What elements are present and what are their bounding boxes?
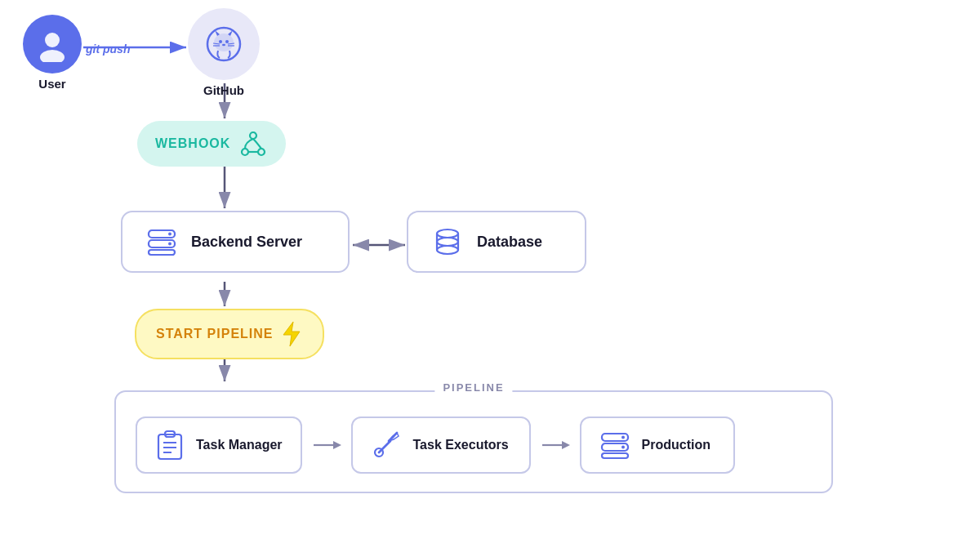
svg-rect-27 [149,250,175,255]
diagram: User git push [0,0,980,539]
pipeline-label: PIPELINE [434,381,512,394]
svg-point-28 [168,233,172,236]
svg-point-10 [40,50,65,62]
start-pipeline-text: START PIPELINE [156,327,274,341]
svg-point-51 [621,446,625,449]
svg-point-16 [225,40,229,43]
svg-point-35 [437,238,458,246]
svg-point-24 [250,132,256,139]
svg-point-30 [437,229,458,238]
user-icon [34,26,70,62]
server-icon [145,225,178,258]
svg-point-12 [215,34,233,51]
svg-point-22 [242,149,248,155]
task-manager-box: Task Manager [136,416,302,474]
wrench-icon [371,430,402,461]
backend-server-label: Backend Server [191,234,302,251]
user-avatar [23,15,82,74]
database-label: Database [477,234,542,251]
production-label: Production [642,438,710,452]
svg-point-17 [222,44,225,46]
svg-marker-43 [333,441,341,449]
svg-marker-36 [283,322,300,346]
svg-point-29 [168,243,172,246]
webhook-node: WEBHOOK [137,121,286,167]
svg-point-9 [45,33,60,47]
task-executors-label: Task Executors [413,438,509,452]
pipeline-container: PIPELINE Task Manager [114,390,833,493]
lightning-icon [280,320,303,348]
svg-rect-49 [602,453,628,458]
svg-point-50 [621,436,625,439]
git-push-text: git push [86,42,130,56]
svg-marker-46 [562,441,570,449]
database-box: Database [407,211,586,273]
task-manager-label: Task Manager [196,438,283,452]
github-avatar [188,8,260,80]
backend-server-box: Backend Server [121,211,350,273]
database-icon [431,225,464,258]
user-node: User [23,15,82,91]
svg-point-34 [437,246,458,254]
git-push-label: git push [86,42,130,56]
production-server-icon [599,430,630,461]
pipeline-inner: Task Manager [136,416,812,474]
user-label: User [38,77,65,91]
webhook-icon [238,129,268,158]
webhook-text: WEBHOOK [155,136,230,151]
svg-point-23 [258,149,265,155]
task-executors-box: Task Executors [351,416,531,474]
github-label: GitHub [203,83,244,97]
pipe-arrow-2 [531,437,580,453]
clipboard-icon [155,430,185,461]
start-pipeline-node: START PIPELINE [135,309,324,359]
production-box: Production [580,416,735,474]
svg-point-15 [219,40,222,43]
right-arrow-2 [541,437,570,453]
github-icon [202,22,246,66]
pipe-arrow-1 [302,437,351,453]
right-arrow-1 [312,437,341,453]
github-node: GitHub [188,8,260,97]
